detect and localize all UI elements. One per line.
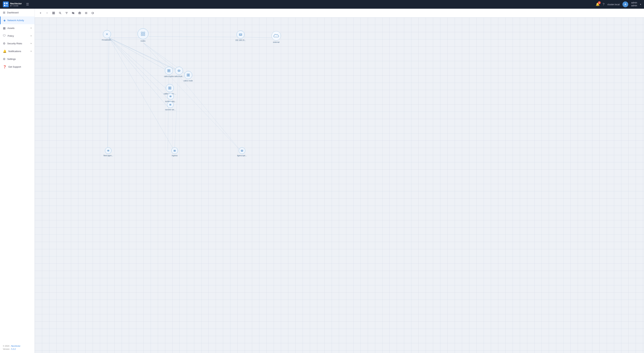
- svg-rect-3: [4, 5, 6, 6]
- sidebar-item-dashboard[interactable]: ⊞ Dashboard: [0, 9, 34, 16]
- node-nodes[interactable]: nodes: [138, 28, 148, 42]
- svg-rect-54: [188, 74, 190, 75]
- hamburger-menu[interactable]: ☰: [26, 2, 29, 6]
- svg-rect-53: [187, 74, 188, 75]
- svg-rect-41: [143, 32, 145, 33]
- filter-button[interactable]: [64, 10, 70, 16]
- svg-rect-57: [168, 87, 170, 88]
- zoom-in-button[interactable]: +: [38, 10, 44, 16]
- svg-point-9: [59, 12, 61, 13]
- node-ip-192[interactable]: 192.168.15...: [235, 30, 246, 41]
- node-external[interactable]: external: [272, 31, 281, 43]
- svg-rect-0: [3, 1, 9, 7]
- list-button[interactable]: [83, 10, 89, 16]
- content-area: + −: [35, 9, 644, 353]
- sidebar-item-network-activity[interactable]: ◈ Network Activity: [0, 16, 34, 24]
- sidebar-item-security-risks[interactable]: ⚙ Security Risks ▾: [0, 40, 34, 47]
- svg-rect-8: [54, 13, 55, 14]
- node-circle-ip-192: [236, 30, 244, 38]
- sidebar-item-policy[interactable]: 🛡 Policy ▾: [0, 32, 34, 40]
- node-circle-calico-node: [184, 71, 192, 79]
- node-label-nodes: nodes: [140, 40, 145, 42]
- brand-name: NeuVector: [10, 2, 22, 5]
- version-text: Version -: [3, 348, 11, 350]
- version-link[interactable]: 5.3.2: [11, 348, 16, 350]
- avatar-button[interactable]: A: [622, 1, 628, 7]
- sidebar-item-settings[interactable]: ⚙ Settings: [0, 55, 34, 63]
- node-label-ingress: ingress: [172, 155, 178, 157]
- zoom-out-button[interactable]: −: [44, 10, 50, 16]
- brand-link[interactable]: NeuVector: [11, 345, 20, 347]
- svg-rect-6: [54, 12, 55, 13]
- sidebar-item-assets[interactable]: ▦ Assets ▾: [0, 24, 34, 32]
- sidebar-label-dashboard: Dashboard: [7, 11, 19, 14]
- screenshot-button[interactable]: [77, 10, 82, 16]
- svg-rect-42: [141, 34, 143, 36]
- help-icon[interactable]: ?: [602, 2, 604, 6]
- node-circle-external: [272, 31, 281, 40]
- svg-rect-43: [143, 34, 145, 36]
- svg-point-52: [178, 70, 179, 71]
- node-circle-ingress: [172, 147, 178, 154]
- get-support-icon: ❓: [3, 65, 6, 68]
- network-map[interactable]: mv.ipakube... nodes: [35, 17, 644, 353]
- node-fleet-agent[interactable]: fleet-agen...: [104, 147, 113, 157]
- svg-point-66: [108, 150, 109, 151]
- node-circle-calico-kub: [175, 67, 183, 75]
- node-calico-node[interactable]: calico-node: [184, 71, 193, 82]
- node-circle-mv-ipakube: [103, 30, 111, 38]
- svg-line-29: [108, 38, 109, 151]
- refresh-button[interactable]: [90, 10, 96, 16]
- sidebar-label-settings: Settings: [7, 58, 16, 60]
- toolbar: + −: [35, 9, 644, 17]
- svg-rect-47: [168, 69, 169, 70]
- sidebar-label-security-risks: Security Risks: [7, 42, 22, 45]
- node-circle-nodes: [138, 28, 148, 39]
- node-calico-kub[interactable]: calico-kub...: [174, 67, 184, 77]
- svg-rect-1: [4, 2, 6, 4]
- user-info: admin admin: [631, 1, 637, 7]
- node-rancher-we[interactable]: rancher-we...: [165, 101, 176, 111]
- svg-rect-59: [168, 88, 170, 89]
- sidebar-item-notifications[interactable]: 🔔 Notifications ▾: [0, 47, 34, 55]
- assets-icon: ▦: [3, 26, 6, 30]
- dashboard-icon: ⊞: [3, 11, 5, 14]
- node-calico-typha[interactable]: calico-typha: [164, 67, 174, 77]
- copyright-text: © 2024 -: [3, 345, 11, 347]
- user-menu-chevron[interactable]: ▾: [640, 3, 641, 5]
- node-circle-fleet-agent: [105, 147, 112, 154]
- node-ingress[interactable]: ingress: [172, 147, 178, 157]
- policy-chevron: ▾: [30, 35, 32, 37]
- svg-rect-55: [187, 75, 188, 76]
- svg-line-32: [241, 37, 276, 38]
- node-mv-ipakube[interactable]: mv.ipakube...: [102, 30, 112, 41]
- svg-rect-50: [169, 71, 170, 72]
- svg-rect-4: [6, 5, 8, 6]
- security-risks-icon: ⚙: [3, 42, 6, 45]
- fit-button[interactable]: [51, 10, 56, 16]
- main-layout: ⊞ Dashboard ◈ Network Activity ▦ Assets …: [0, 9, 644, 353]
- sidebar-label-assets: Assets: [8, 27, 14, 29]
- security-risks-chevron: ▾: [30, 42, 32, 45]
- node-tigera-ope[interactable]: tigera-ope...: [237, 147, 247, 157]
- notifications-icon: 🔔: [3, 49, 6, 53]
- search-button[interactable]: [57, 10, 63, 16]
- svg-point-64: [170, 104, 171, 105]
- app-logo: NeuVector BY SUSE: [3, 1, 22, 7]
- svg-rect-5: [52, 12, 54, 13]
- svg-line-10: [61, 13, 61, 14]
- hide-button[interactable]: [70, 10, 76, 16]
- node-system-upg[interactable]: system-upg...: [165, 93, 176, 102]
- sidebar-footer: © 2024 - NeuVector Version - 5.3.2: [0, 342, 34, 353]
- bell-badge: 1: [598, 1, 601, 4]
- node-circle-cattle-cluster: [166, 84, 174, 92]
- svg-point-18: [79, 13, 80, 13]
- svg-line-27: [109, 38, 168, 99]
- node-label-calico-typha: calico-typha: [164, 75, 174, 77]
- assets-chevron: ▾: [30, 27, 32, 29]
- settings-icon: ⚙: [3, 57, 6, 61]
- network-activity-icon: ◈: [4, 19, 6, 22]
- sidebar-item-get-support[interactable]: ❓ Get Support: [0, 63, 34, 71]
- svg-rect-60: [170, 88, 171, 89]
- notifications-bell[interactable]: 🔔 1: [596, 2, 600, 6]
